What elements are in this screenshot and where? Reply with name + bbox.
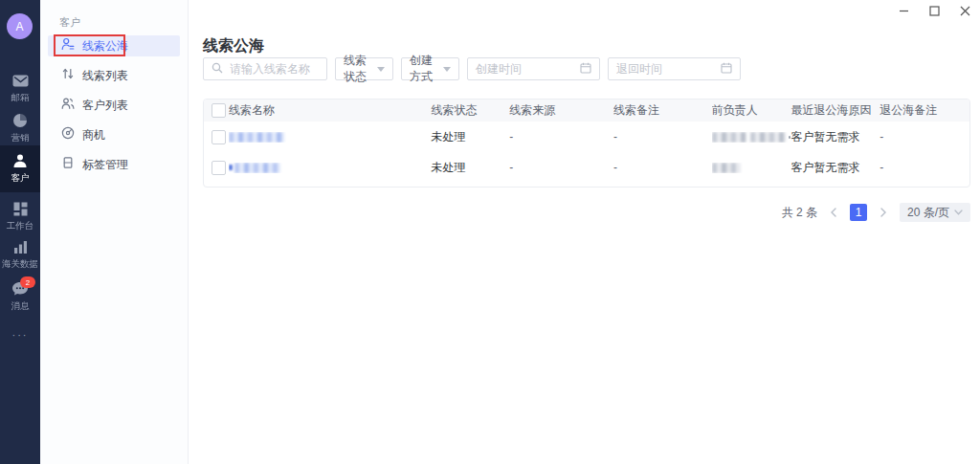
create-time-picker[interactable]: 创建时间 (467, 57, 600, 80)
page-title: 线索公海 (203, 36, 264, 56)
submenu-item-label: 标签管理 (82, 157, 128, 173)
sidebar-item-marketing[interactable]: 营销 (0, 113, 40, 144)
submenu-item-opportunity[interactable]: 商机 (48, 124, 180, 145)
lead-list-icon (61, 67, 75, 84)
lead-name-search[interactable] (203, 57, 327, 80)
lead-name-redacted[interactable] (229, 132, 431, 143)
opportunity-icon (61, 126, 75, 144)
create-method-select[interactable]: 创建方式 (401, 57, 459, 80)
lead-status: 未处理 (431, 129, 509, 145)
submenu-item-lead-pool[interactable]: 线索公海 (48, 35, 180, 56)
dashboard-grid-icon (11, 201, 29, 216)
column-header: 最近退公海原因 (791, 102, 880, 119)
page-size-label: 20 条/页 (907, 205, 949, 221)
calendar-icon (580, 62, 591, 77)
submenu-header: 客户 (59, 15, 80, 30)
lead-note: - (613, 161, 712, 174)
lead-status-select[interactable]: 线索状态 (335, 57, 393, 80)
lead-pool-icon (61, 37, 75, 55)
return-note: - (880, 130, 969, 144)
search-input[interactable] (228, 61, 319, 77)
total-count: 共 2 条 (782, 205, 817, 221)
column-header: 线索状态 (431, 102, 509, 119)
sidebar-item-customer[interactable]: 客户 (0, 145, 40, 192)
mail-icon (11, 73, 29, 88)
table-row[interactable]: 未处理 - - 客户暂无需求 - (204, 122, 969, 152)
row-checkbox[interactable] (212, 130, 226, 144)
chat-bubble-icon: 2 (11, 281, 29, 297)
column-header: 线索名称 (229, 102, 431, 119)
chevron-down-icon (377, 67, 385, 72)
lead-status: 未处理 (431, 160, 509, 176)
leads-table: 线索名称 线索状态 线索来源 线索备注 前负责人 最近退公海原因 退公海备注 未… (203, 99, 970, 188)
return-time-picker[interactable]: 退回时间 (608, 57, 741, 80)
chevron-down-icon (443, 67, 451, 72)
return-reason: 客户暂无需求 (791, 129, 880, 145)
sidebar-item-workbench[interactable]: 工作台 (0, 201, 40, 232)
message-count-badge: 2 (20, 276, 35, 288)
filter-bar: 线索状态 创建方式 创建时间 退回时间 (203, 57, 741, 80)
window-controls (896, 3, 972, 18)
avatar[interactable]: A (7, 13, 33, 39)
table-header-row: 线索名称 线索状态 线索来源 线索备注 前负责人 最近退公海原因 退公海备注 (204, 99, 969, 122)
app-sidebar: A 邮箱 营销 客户 工作台 (0, 0, 40, 464)
return-reason: 客户暂无需求 (791, 160, 880, 176)
date-placeholder: 退回时间 (616, 61, 662, 77)
select-label: 创建方式 (410, 53, 443, 85)
app-window: A 邮箱 营销 客户 工作台 (0, 0, 980, 464)
sidebar-item-label: 工作台 (7, 219, 34, 232)
submenu-item-label: 线索列表 (82, 68, 128, 84)
select-all-checkbox[interactable] (212, 103, 226, 118)
submenu-item-customer-list[interactable]: 客户列表 (48, 95, 180, 116)
lead-note: - (613, 130, 712, 144)
lead-source: - (509, 130, 613, 144)
previous-owner-redacted (712, 132, 791, 143)
submenu-item-label: 商机 (82, 127, 105, 144)
column-header: 退公海备注 (880, 102, 969, 119)
tag-icon (61, 156, 75, 173)
prev-page-button[interactable] (827, 204, 840, 221)
customer-list-icon (61, 97, 75, 114)
person-icon (11, 153, 29, 168)
search-icon (212, 62, 223, 77)
sidebar-item-label: 营销 (11, 131, 30, 144)
pagination: 共 2 条 1 20 条/页 (782, 203, 970, 222)
submenu-item-tag-management[interactable]: 标签管理 (48, 154, 180, 175)
submenu-panel: 客户 线索公海 线索列表 客户列表 商机 (40, 0, 189, 464)
maximize-button[interactable] (926, 3, 942, 18)
page-size-select[interactable]: 20 条/页 (900, 203, 970, 222)
pie-chart-icon (11, 113, 29, 128)
page-number-button[interactable]: 1 (850, 204, 867, 221)
column-header: 线索来源 (509, 102, 613, 119)
lead-name-redacted[interactable] (229, 163, 431, 173)
select-label: 线索状态 (344, 53, 377, 85)
column-header: 线索备注 (613, 102, 712, 119)
previous-owner-redacted (712, 163, 791, 173)
sidebar-item-mail[interactable]: 邮箱 (0, 73, 40, 104)
sidebar-item-label: 海关数据 (2, 257, 38, 270)
main-content: 线索公海 线索状态 创建方式 创建时间 (189, 0, 980, 464)
row-checkbox[interactable] (212, 161, 226, 175)
lead-source: - (509, 161, 613, 174)
bar-chart-icon (11, 239, 29, 254)
submenu-item-lead-list[interactable]: 线索列表 (48, 65, 180, 86)
sidebar-more-button[interactable]: ··· (0, 329, 40, 341)
date-placeholder: 创建时间 (476, 61, 522, 77)
column-header: 前负责人 (712, 102, 791, 119)
return-note: - (880, 161, 969, 174)
sidebar-item-label: 消息 (11, 299, 30, 312)
minimize-button[interactable] (896, 3, 911, 18)
submenu-item-label: 线索公海 (82, 38, 128, 55)
calendar-icon (721, 62, 732, 77)
sidebar-item-messages[interactable]: 2 消息 (0, 281, 40, 313)
sidebar-item-label: 客户 (11, 171, 30, 184)
next-page-button[interactable] (877, 204, 890, 221)
table-row[interactable]: 未处理 - - 客户暂无需求 - (204, 152, 969, 183)
sidebar-item-label: 邮箱 (11, 91, 30, 103)
sidebar-item-customs-data[interactable]: 海关数据 (0, 239, 40, 271)
close-button[interactable] (957, 3, 972, 18)
submenu-item-label: 客户列表 (82, 98, 128, 114)
